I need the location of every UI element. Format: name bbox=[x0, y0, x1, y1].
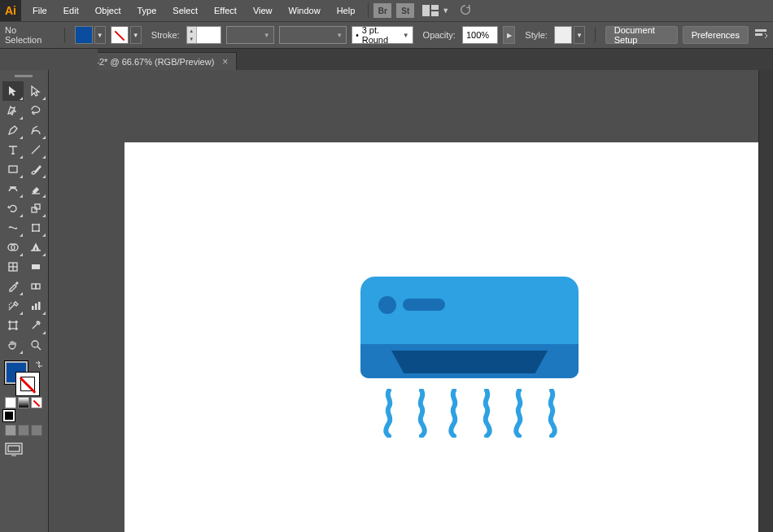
menu-window[interactable]: Window bbox=[281, 0, 329, 21]
opacity-field[interactable]: 100% bbox=[462, 26, 498, 44]
swap-fill-stroke-icon[interactable] bbox=[34, 360, 44, 369]
selection-tool[interactable] bbox=[2, 81, 24, 101]
right-panel-dock[interactable] bbox=[758, 70, 773, 532]
ac-vent bbox=[391, 351, 548, 373]
style-swatch[interactable] bbox=[554, 26, 572, 44]
fill-stroke-control[interactable] bbox=[5, 361, 41, 394]
sync-settings-icon[interactable] bbox=[459, 3, 472, 18]
stroke-weight-field[interactable]: ▲▼ bbox=[186, 26, 221, 44]
menu-help[interactable]: Help bbox=[329, 0, 364, 21]
ac-indicator-bar bbox=[403, 299, 445, 311]
rectangle-tool[interactable] bbox=[2, 159, 24, 179]
screen-mode-icon[interactable] bbox=[5, 443, 43, 459]
svg-rect-12 bbox=[33, 225, 39, 231]
color-mode-none[interactable] bbox=[31, 397, 42, 408]
close-tab-icon[interactable]: × bbox=[222, 56, 228, 68]
slice-tool[interactable] bbox=[25, 316, 46, 335]
stroke-swatch[interactable] bbox=[111, 26, 129, 44]
preferences-button[interactable]: Preferences bbox=[683, 26, 749, 44]
svg-rect-4 bbox=[755, 33, 762, 36]
draw-normal[interactable] bbox=[5, 425, 16, 436]
rotate-tool[interactable] bbox=[2, 198, 24, 218]
width-tool[interactable] bbox=[2, 218, 24, 238]
stroke-profile-field[interactable]: • 3 pt. Round ▼ bbox=[352, 26, 413, 44]
eyedropper-tool[interactable] bbox=[2, 277, 24, 296]
wave-6 bbox=[546, 389, 557, 438]
shaper-tool[interactable] bbox=[2, 179, 24, 198]
graphic-style-control[interactable]: ▼ bbox=[554, 26, 585, 44]
fill-swatch[interactable] bbox=[75, 26, 93, 44]
menu-select[interactable]: Select bbox=[164, 0, 206, 21]
stroke-color-square[interactable] bbox=[16, 373, 39, 395]
fill-control[interactable]: ▼ bbox=[75, 26, 106, 44]
column-graph-tool[interactable] bbox=[25, 296, 46, 316]
zoom-tool[interactable] bbox=[25, 335, 46, 355]
mesh-tool[interactable] bbox=[2, 257, 24, 277]
magic-wand-tool[interactable] bbox=[2, 101, 24, 120]
color-mode-row bbox=[5, 397, 43, 408]
menu-type[interactable]: Type bbox=[129, 0, 165, 21]
style-dropdown[interactable]: ▼ bbox=[574, 26, 585, 44]
menu-effect[interactable]: Effect bbox=[206, 0, 245, 21]
menu-separator bbox=[368, 3, 369, 18]
svg-rect-22 bbox=[32, 264, 40, 269]
svg-point-29 bbox=[32, 341, 38, 347]
hand-tool[interactable] bbox=[2, 335, 24, 355]
svg-marker-5 bbox=[9, 86, 16, 96]
brush-definition[interactable]: ▼ bbox=[279, 26, 347, 44]
scale-tool[interactable] bbox=[25, 198, 46, 218]
arrange-documents-icon[interactable]: ▼ bbox=[422, 5, 449, 16]
menu-edit[interactable]: Edit bbox=[55, 0, 87, 21]
tool-panel-grip[interactable] bbox=[3, 72, 44, 80]
variable-width-profile[interactable]: ▼ bbox=[226, 26, 274, 44]
perspective-grid-tool[interactable] bbox=[25, 238, 46, 257]
artboard-tool[interactable] bbox=[2, 316, 24, 335]
wave-3 bbox=[448, 389, 460, 438]
opacity-chevron[interactable]: ▶ bbox=[503, 26, 515, 44]
paintbrush-tool[interactable] bbox=[25, 159, 46, 179]
eraser-tool[interactable] bbox=[25, 179, 46, 198]
stroke-control[interactable]: ▼ bbox=[111, 26, 142, 44]
document-setup-button[interactable]: Document Setup bbox=[605, 26, 678, 44]
stock-icon[interactable]: St bbox=[396, 3, 414, 18]
default-bw[interactable] bbox=[3, 410, 15, 421]
svg-rect-8 bbox=[9, 166, 17, 172]
gradient-tool[interactable] bbox=[25, 257, 46, 277]
menu-file[interactable]: File bbox=[24, 0, 55, 21]
blend-tool[interactable] bbox=[25, 277, 46, 296]
menu-view[interactable]: View bbox=[245, 0, 281, 21]
app-logo: Ai bbox=[0, 0, 21, 21]
default-colors-row bbox=[3, 410, 41, 421]
svg-point-16 bbox=[38, 230, 40, 232]
draw-behind[interactable] bbox=[18, 425, 29, 436]
stroke-label: Stroke: bbox=[151, 30, 180, 40]
line-segment-tool[interactable] bbox=[25, 140, 46, 159]
selection-status: No Selection bbox=[5, 25, 55, 45]
align-icon[interactable] bbox=[753, 27, 768, 43]
menu-object[interactable]: Object bbox=[87, 0, 129, 21]
draw-inside[interactable] bbox=[31, 425, 42, 436]
svg-marker-6 bbox=[32, 86, 39, 96]
svg-line-30 bbox=[37, 347, 41, 350]
svg-rect-32 bbox=[8, 446, 20, 451]
artboard[interactable] bbox=[124, 142, 773, 532]
canvas-area[interactable] bbox=[49, 70, 773, 532]
draw-mode-row bbox=[5, 425, 43, 436]
color-mode-solid[interactable] bbox=[5, 397, 16, 408]
shape-builder-tool[interactable] bbox=[2, 238, 24, 257]
svg-rect-25 bbox=[32, 306, 34, 310]
pen-tool[interactable] bbox=[2, 120, 24, 140]
direct-selection-tool[interactable] bbox=[25, 81, 46, 101]
lasso-tool[interactable] bbox=[25, 101, 46, 120]
color-mode-gradient[interactable] bbox=[18, 397, 29, 408]
ac-indicator-dot bbox=[378, 296, 396, 314]
stroke-dropdown[interactable]: ▼ bbox=[130, 26, 142, 44]
bridge-icon[interactable]: Br bbox=[373, 3, 391, 18]
symbol-sprayer-tool[interactable] bbox=[2, 296, 24, 316]
fill-dropdown[interactable]: ▼ bbox=[94, 26, 106, 44]
free-transform-tool[interactable] bbox=[25, 218, 46, 238]
curvature-tool[interactable] bbox=[25, 120, 46, 140]
type-tool[interactable] bbox=[2, 140, 24, 159]
svg-rect-3 bbox=[755, 29, 766, 32]
tab-gutter bbox=[0, 49, 98, 70]
